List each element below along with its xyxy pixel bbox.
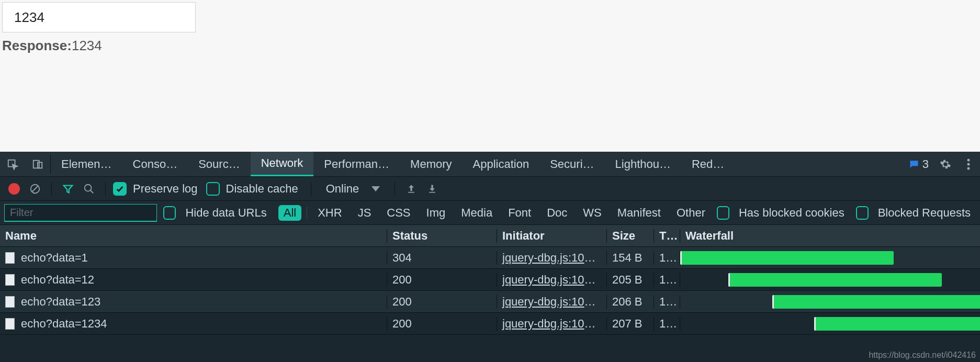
text-input[interactable]: [2, 2, 196, 32]
messages-count: 3: [922, 157, 929, 171]
preserve-log-checkbox[interactable]: [113, 182, 127, 196]
blocked-requests-label: Blocked Requests: [875, 206, 976, 220]
network-table: Name Status Initiator Size T… Waterfall …: [0, 225, 980, 362]
upload-icon[interactable]: [402, 180, 420, 198]
waterfall-bar: [814, 317, 980, 331]
filter-type-xhr[interactable]: XHR: [312, 205, 347, 221]
filter-input[interactable]: [4, 204, 157, 222]
disable-cache-checkbox[interactable]: [206, 182, 220, 196]
blocked-requests-checkbox[interactable]: [856, 206, 869, 220]
table-row[interactable]: echo?data=1304jquery-dbg.js:102…154 B1…: [0, 247, 980, 269]
table-row[interactable]: echo?data=1234200jquery-dbg.js:102…207 B…: [0, 313, 980, 335]
filter-type-doc[interactable]: Doc: [542, 205, 572, 221]
tab-performan[interactable]: Performan…: [313, 152, 400, 176]
file-icon: [5, 274, 15, 286]
initiator-link[interactable]: jquery-dbg.js:102…: [502, 273, 602, 286]
hide-data-urls-checkbox[interactable]: [163, 206, 176, 220]
response-line: Response:1234: [2, 38, 980, 54]
status-cell: 200: [387, 273, 497, 287]
preserve-log-label: Preserve log: [130, 182, 203, 196]
blocked-cookies-label: Has blocked cookies: [736, 206, 850, 220]
devtools-tabstrip: Elemen…Conso…Sourc…NetworkPerforman…Memo…: [0, 152, 980, 177]
tab-application[interactable]: Application: [463, 152, 540, 176]
response-label: Response:: [2, 38, 72, 53]
throttling-value: Online: [326, 182, 359, 196]
tab-lighthou[interactable]: Lighthou…: [605, 152, 681, 176]
request-name: echo?data=123: [21, 295, 100, 309]
col-waterfall[interactable]: Waterfall: [680, 229, 980, 243]
filter-type-other[interactable]: Other: [671, 205, 711, 221]
svg-point-8: [85, 184, 92, 191]
divider: [307, 207, 307, 219]
network-toolbar: Preserve log Disable cache Online: [0, 177, 980, 201]
initiator-link[interactable]: jquery-dbg.js:102…: [502, 295, 602, 308]
table-header: Name Status Initiator Size T… Waterfall: [0, 225, 980, 247]
throttling-select[interactable]: Online: [319, 182, 388, 196]
filter-toggle-icon[interactable]: [59, 180, 77, 198]
status-cell: 200: [387, 295, 497, 309]
filter-type-media[interactable]: Media: [456, 205, 498, 221]
response-value: 1234: [72, 38, 102, 53]
col-name[interactable]: Name: [0, 229, 387, 243]
size-cell: 207 B: [607, 317, 654, 331]
table-row[interactable]: echo?data=12200jquery-dbg.js:102…205 B1…: [0, 269, 980, 291]
initiator-link[interactable]: jquery-dbg.js:102…: [502, 317, 602, 330]
devtools-panel: Elemen…Conso…Sourc…NetworkPerforman…Memo…: [0, 152, 980, 362]
col-initiator[interactable]: Initiator: [497, 229, 607, 243]
request-name: echo?data=1: [21, 251, 88, 265]
size-cell: 205 B: [607, 273, 654, 287]
svg-point-3: [967, 159, 970, 161]
svg-point-5: [967, 167, 970, 169]
tab-memory[interactable]: Memory: [400, 152, 462, 176]
svg-line-7: [32, 186, 38, 191]
more-icon[interactable]: [957, 152, 980, 176]
col-time[interactable]: T…: [654, 229, 680, 243]
svg-point-4: [967, 163, 970, 165]
search-icon[interactable]: [80, 180, 98, 198]
col-status[interactable]: Status: [387, 229, 497, 243]
waterfall-cell: [680, 313, 980, 334]
settings-icon[interactable]: [934, 152, 957, 176]
time-cell: 1…: [654, 317, 680, 331]
watermark: https://blog.csdn.net/i042416: [869, 350, 976, 360]
tab-network[interactable]: Network: [251, 152, 314, 176]
tab-sourc[interactable]: Sourc…: [188, 152, 250, 176]
request-name: echo?data=1234: [21, 317, 107, 331]
waterfall-cell: [680, 247, 980, 268]
svg-rect-11: [429, 191, 435, 193]
messages-indicator[interactable]: 3: [904, 152, 934, 176]
blocked-cookies-checkbox[interactable]: [717, 206, 729, 220]
filter-type-all[interactable]: All: [278, 205, 301, 221]
svg-rect-2: [38, 162, 42, 168]
inspect-icon[interactable]: [0, 152, 25, 176]
download-icon[interactable]: [423, 180, 441, 198]
svg-rect-1: [33, 160, 39, 168]
filter-type-js[interactable]: JS: [353, 205, 377, 221]
svg-line-9: [91, 190, 94, 193]
time-cell: 1…: [654, 273, 680, 287]
record-button[interactable]: [5, 180, 23, 198]
waterfall-bar: [728, 273, 942, 287]
device-toggle-icon[interactable]: [25, 152, 50, 176]
time-cell: 1…: [654, 251, 680, 265]
filter-type-font[interactable]: Font: [503, 205, 536, 221]
col-size[interactable]: Size: [607, 229, 654, 243]
filter-type-manifest[interactable]: Manifest: [612, 205, 666, 221]
disable-cache-label: Disable cache: [223, 182, 303, 196]
initiator-link[interactable]: jquery-dbg.js:102…: [502, 251, 602, 264]
tab-red[interactable]: Red…: [681, 152, 735, 176]
hide-data-urls-label: Hide data URLs: [182, 206, 272, 220]
waterfall-cell: [680, 269, 980, 290]
tab-securi[interactable]: Securi…: [539, 152, 604, 176]
tab-conso[interactable]: Conso…: [122, 152, 188, 176]
waterfall-bar: [772, 295, 980, 309]
filter-bar: Hide data URLs AllXHRJSCSSImgMediaFontDo…: [0, 201, 980, 225]
tab-elemen[interactable]: Elemen…: [51, 152, 122, 176]
file-icon: [5, 296, 15, 308]
table-row[interactable]: echo?data=123200jquery-dbg.js:102…206 B1…: [0, 291, 980, 313]
filter-type-ws[interactable]: WS: [578, 205, 606, 221]
filter-type-css[interactable]: CSS: [381, 205, 415, 221]
filter-type-img[interactable]: Img: [421, 205, 451, 221]
clear-icon[interactable]: [26, 180, 44, 198]
chevron-down-icon: [371, 186, 380, 191]
